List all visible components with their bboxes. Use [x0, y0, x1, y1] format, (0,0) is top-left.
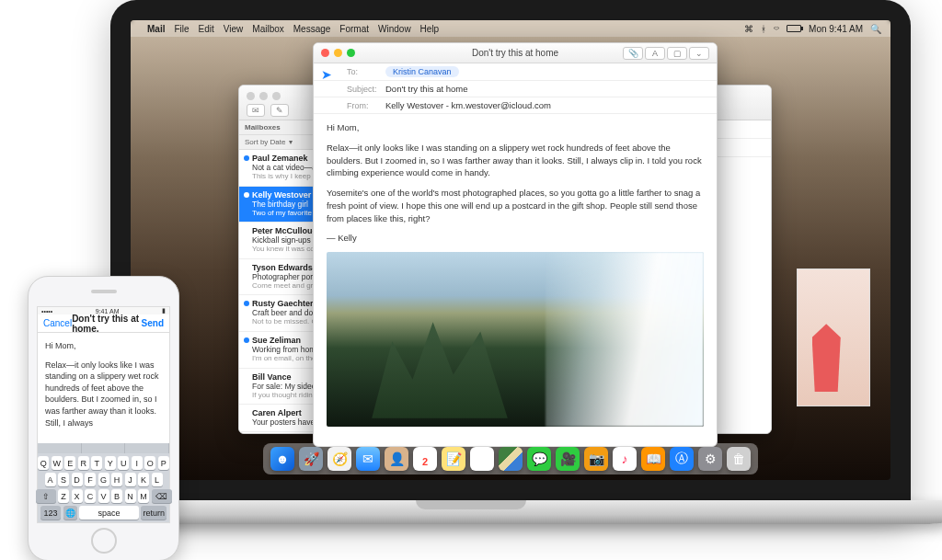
key-o[interactable]: O: [144, 456, 155, 470]
dock-finder-icon[interactable]: ☻: [270, 447, 294, 471]
menu-help[interactable]: Help: [420, 24, 440, 34]
zoom-icon[interactable]: [272, 92, 281, 100]
menu-message[interactable]: Message: [293, 24, 331, 34]
key-x[interactable]: X: [72, 489, 83, 503]
key-r[interactable]: R: [78, 456, 89, 470]
to-recipient-token[interactable]: Kristin Canavan: [385, 66, 459, 77]
spotlight-icon[interactable]: 🔍: [870, 24, 881, 34]
key-y[interactable]: Y: [105, 456, 116, 470]
home-button[interactable]: [91, 528, 117, 554]
dock-facetime-icon[interactable]: 🎥: [556, 447, 580, 471]
inline-photo[interactable]: [327, 252, 704, 427]
key-p[interactable]: P: [158, 456, 169, 470]
dock-launchpad-icon[interactable]: 🚀: [299, 447, 323, 471]
iphone-compose-title: Don't try this at home.: [72, 314, 141, 334]
key-e[interactable]: E: [64, 456, 75, 470]
more-button[interactable]: ⌄: [689, 47, 709, 60]
to-label: To:: [347, 67, 380, 76]
dock-mail-icon[interactable]: ✉︎: [356, 447, 380, 471]
cancel-button[interactable]: Cancel: [43, 318, 72, 328]
minimize-icon[interactable]: [334, 49, 342, 57]
close-icon[interactable]: [321, 49, 329, 57]
key-c[interactable]: C: [85, 489, 96, 503]
dock-messages-icon[interactable]: 💬: [527, 447, 551, 471]
battery-icon[interactable]: [787, 25, 801, 32]
key-i[interactable]: I: [132, 456, 143, 470]
get-mail-button[interactable]: ✉︎: [247, 104, 265, 117]
menu-window[interactable]: Window: [378, 24, 411, 34]
compose-body[interactable]: Hi Mom, Relax—it only looks like I was s…: [314, 114, 717, 446]
key-d[interactable]: D: [72, 473, 83, 486]
minimize-icon[interactable]: [259, 92, 268, 100]
attach-button[interactable]: 📎: [623, 47, 643, 60]
traffic-lights[interactable]: [247, 92, 281, 100]
dock-reminders-icon[interactable]: ☑︎: [470, 447, 494, 471]
handoff-icon[interactable]: ⌘: [744, 24, 753, 34]
iphone-compose-body[interactable]: Hi Mom, Relax—it only looks like I was s…: [38, 333, 169, 443]
key-t[interactable]: T: [91, 456, 102, 470]
key-m[interactable]: M: [138, 489, 149, 503]
key-return[interactable]: return: [141, 506, 167, 520]
key-b[interactable]: B: [111, 489, 122, 503]
dock-calendar-icon[interactable]: 2: [413, 447, 437, 471]
menu-format[interactable]: Format: [339, 24, 369, 34]
send-button[interactable]: Send: [142, 318, 164, 328]
dock-appstore-icon[interactable]: Ⓐ: [670, 447, 694, 471]
key-⌫[interactable]: ⌫: [152, 489, 172, 503]
photo-button[interactable]: ▢: [667, 47, 687, 60]
close-icon[interactable]: [247, 92, 255, 100]
menubar-clock[interactable]: Mon 9:41 AM: [809, 24, 863, 34]
menu-file[interactable]: File: [174, 24, 189, 34]
dock-contacts-icon[interactable]: 👤: [385, 447, 408, 471]
key-h[interactable]: H: [111, 473, 122, 486]
format-button[interactable]: A: [645, 47, 665, 60]
menubar-app-name[interactable]: Mail: [147, 24, 165, 34]
key-u[interactable]: U: [118, 456, 129, 470]
key-v[interactable]: V: [98, 489, 109, 503]
dock-notes-icon[interactable]: 📝: [442, 447, 465, 471]
compose-button[interactable]: ✎: [270, 104, 289, 117]
mailboxes-button[interactable]: Mailboxes: [245, 123, 281, 131]
body-signature: — Kelly: [327, 232, 704, 245]
key-w[interactable]: W: [52, 456, 63, 470]
bluetooth-icon[interactable]: ᚼ: [761, 24, 766, 34]
from-field[interactable]: From: Kelly Westover - km.westover@iclou…: [314, 97, 717, 114]
key-globe[interactable]: 🌐: [63, 506, 77, 520]
subject-value: Don't try this at home: [385, 84, 467, 94]
dock-photobooth-icon[interactable]: 📷: [584, 447, 608, 471]
key-123[interactable]: 123: [40, 506, 61, 520]
wifi-icon[interactable]: ⌔: [774, 24, 779, 34]
compose-titlebar[interactable]: Don't try this at home 📎 A ▢ ⌄: [314, 43, 717, 63]
dock-maps-icon[interactable]: [499, 447, 523, 471]
dock-preferences-icon[interactable]: ⚙︎: [698, 447, 722, 471]
key-a[interactable]: A: [45, 473, 56, 486]
key-k[interactable]: K: [138, 473, 149, 486]
key-j[interactable]: J: [125, 473, 136, 486]
from-label: From:: [347, 101, 380, 110]
traffic-lights[interactable]: [321, 49, 355, 57]
zoom-icon[interactable]: [347, 49, 355, 57]
send-icon[interactable]: ➤: [321, 67, 332, 82]
key-space[interactable]: space: [79, 506, 139, 520]
key-l[interactable]: L: [152, 473, 163, 486]
iphone-screen: ••••• 9:41 AM ▮ Cancel Don't try this at…: [37, 306, 170, 523]
dock-itunes-icon[interactable]: ♪: [613, 447, 637, 471]
to-field[interactable]: To: Kristin Canavan: [314, 63, 717, 81]
key-q[interactable]: Q: [38, 456, 49, 470]
key-z[interactable]: Z: [58, 489, 69, 503]
key-g[interactable]: G: [98, 473, 109, 486]
key-n[interactable]: N: [125, 489, 136, 503]
key-f[interactable]: F: [85, 473, 96, 486]
dock-safari-icon[interactable]: 🧭: [327, 447, 351, 471]
macbook-frame: Mail File Edit View Mailbox Message Form…: [110, 0, 911, 520]
dock-trash-icon[interactable]: 🗑: [727, 447, 751, 471]
subject-field[interactable]: Subject: Don't try this at home: [314, 81, 717, 97]
dock-ibooks-icon[interactable]: 📖: [641, 447, 665, 471]
keyboard-suggestions-bar[interactable]: [38, 443, 169, 453]
menu-edit[interactable]: Edit: [199, 24, 214, 34]
menu-mailbox[interactable]: Mailbox: [252, 24, 283, 34]
body-greeting: Hi Mom,: [327, 121, 704, 134]
key-⇧[interactable]: ⇧: [36, 489, 56, 503]
key-s[interactable]: S: [58, 473, 69, 486]
menu-view[interactable]: View: [224, 24, 244, 34]
